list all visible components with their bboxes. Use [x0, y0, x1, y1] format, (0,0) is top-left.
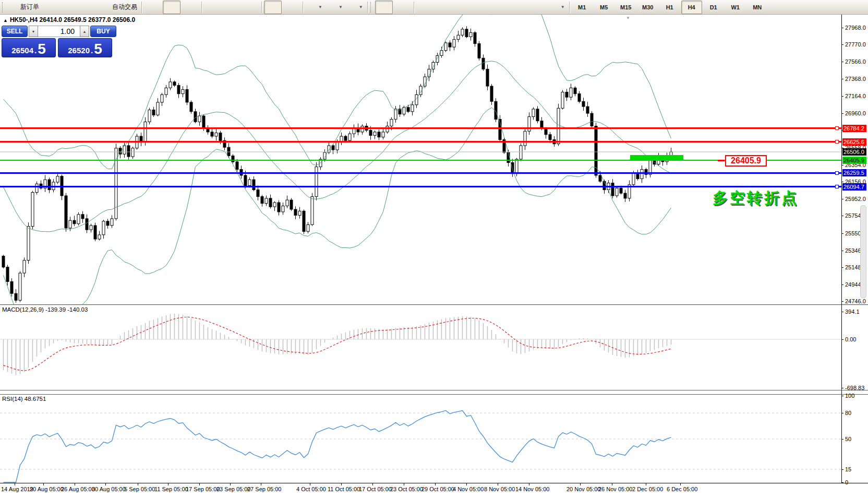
price-tick-label: 27968.0 [845, 25, 866, 31]
horizontal-line-object[interactable] [0, 141, 841, 143]
date-tick [404, 483, 404, 485]
axis-tick [841, 396, 843, 396]
rsi-line [4, 411, 671, 483]
buy-button[interactable]: BUY [90, 26, 116, 37]
date-axis[interactable]: 14 Aug 201920 Aug 05:0026 Aug 05:0030 Au… [0, 483, 868, 498]
date-tick [372, 483, 373, 485]
axis-tick [841, 388, 843, 388]
date-tick [75, 483, 75, 485]
line-handle[interactable] [835, 140, 839, 144]
axis-tick [841, 28, 843, 28]
rsi-axis-label: 15 [845, 466, 851, 472]
date-label: 17 Sep 05:00 [186, 486, 220, 492]
one-click-trading-panel: SELL ▼ ▲ BUY 26504.5 26520.5 [2, 26, 112, 57]
date-tick [310, 483, 310, 485]
price-level-badge: 26784.2 [842, 125, 866, 132]
line-handle[interactable] [835, 185, 839, 188]
date-tick [105, 483, 106, 485]
horizontal-line-object[interactable] [0, 160, 841, 161]
date-tick [199, 483, 200, 485]
date-label: 26 Aug 05:00 [61, 486, 95, 492]
volume-input[interactable] [38, 26, 80, 37]
date-label: 11 Sep 05:00 [154, 486, 188, 492]
date-tick [43, 483, 44, 485]
chat-icon [853, 3, 862, 12]
horizontal-line-object[interactable] [0, 127, 841, 129]
date-label: 14 Nov 05:00 [515, 486, 549, 492]
axis-tick [841, 339, 843, 340]
date-label: 8 Nov 05:00 [484, 486, 515, 492]
axis-tick [841, 413, 843, 413]
axis-tick [841, 182, 843, 182]
rsi-axis-label: 100 [845, 393, 854, 399]
date-tick [646, 483, 646, 485]
price-tick-label: 27164.0 [845, 93, 866, 99]
macd-axis-label: -698.83 [845, 385, 864, 391]
volume-increase-button[interactable]: ▲ [80, 26, 89, 37]
date-tick [529, 483, 529, 485]
macd-indicator-canvas[interactable] [0, 305, 841, 390]
date-tick [580, 483, 581, 485]
axis-tick [841, 96, 843, 97]
price-level-badge: 26506.0 [842, 148, 866, 156]
chart-shift-marker-icon: ▼ [626, 16, 630, 20]
date-label: 4 Oct 05:00 [296, 486, 326, 492]
date-tick [261, 483, 261, 485]
axis-tick [841, 216, 843, 216]
sell-price-box[interactable]: 26504.5 [2, 38, 56, 57]
horizontal-line-object[interactable] [0, 186, 841, 187]
price-tick-label: 25952.0 [845, 196, 866, 202]
vertical-scrollbar[interactable] [860, 205, 866, 298]
date-tick [680, 483, 681, 485]
date-label: 26 Nov 05:00 [598, 486, 632, 492]
axis-tick [841, 439, 843, 440]
axis-tick [841, 251, 843, 251]
date-label: 4 Nov 05:00 [453, 486, 484, 492]
symbol-up-icon: ▲ [3, 18, 8, 23]
chart-annotation-text: 多空转折点 [713, 188, 799, 209]
date-tick [230, 483, 231, 485]
macd-axis-label: 0.00 [845, 336, 856, 342]
volume-decrease-button[interactable]: ▼ [29, 26, 38, 37]
date-tick [466, 483, 467, 485]
line-handle[interactable] [835, 126, 839, 130]
date-label: 29 Oct 05:00 [421, 486, 454, 492]
axis-tick [841, 62, 843, 62]
macd-histogram [4, 314, 671, 375]
axis-tick [841, 233, 843, 234]
toolbar-right-icons [829, 1, 867, 14]
date-label: 5 Sep 05:00 [124, 486, 155, 492]
price-level-badge: 26259.5 [842, 169, 866, 176]
date-tick [138, 483, 138, 485]
price-tick-label: 27368.0 [845, 76, 866, 82]
date-label: 30 Aug 05:00 [92, 486, 126, 492]
macd-label: MACD(12,26,9) -139.39 -140.03 [2, 306, 88, 313]
date-tick [498, 483, 498, 485]
line-handle[interactable] [835, 171, 839, 175]
date-tick [15, 483, 15, 485]
axis-tick [841, 312, 843, 312]
date-tick [341, 483, 342, 485]
rsi-indicator-canvas[interactable] [0, 395, 841, 483]
date-tick [168, 483, 168, 485]
sell-button[interactable]: SELL [2, 26, 28, 37]
buy-price-box[interactable]: 26520.5 [58, 38, 112, 57]
horizontal-line-object[interactable] [0, 172, 841, 174]
candle-wicks [4, 26, 671, 303]
date-label: 23 Sep 05:00 [216, 486, 250, 492]
chart-title: ▲HK50-,H4 26414.0 26549.5 26377.0 26506.… [3, 16, 135, 23]
price-tick-label: 24746.0 [845, 298, 866, 304]
price-callout-box: 26405.9 [725, 155, 767, 167]
price-level-badge: 26405.9 [842, 157, 866, 164]
date-label: 20 Aug 05:00 [30, 486, 64, 492]
toolbar: 新订单自动交易▼▼▼EFAT▼M1M5M15M30H1H4D1W1MN [0, 0, 868, 15]
rsi-axis-label: 80 [845, 410, 851, 416]
macd-axis-label: 394.1 [845, 309, 860, 315]
date-label: 17 Oct 05:00 [359, 486, 392, 492]
support-zone-rectangle[interactable] [630, 155, 683, 160]
chart-window: ▲HK50-,H4 26414.0 26549.5 26377.0 26506.… [0, 15, 868, 498]
price-level-badge: 26094.7 [842, 183, 866, 191]
chat-button[interactable] [849, 1, 866, 14]
axis-tick [841, 267, 843, 268]
date-tick [435, 483, 436, 485]
